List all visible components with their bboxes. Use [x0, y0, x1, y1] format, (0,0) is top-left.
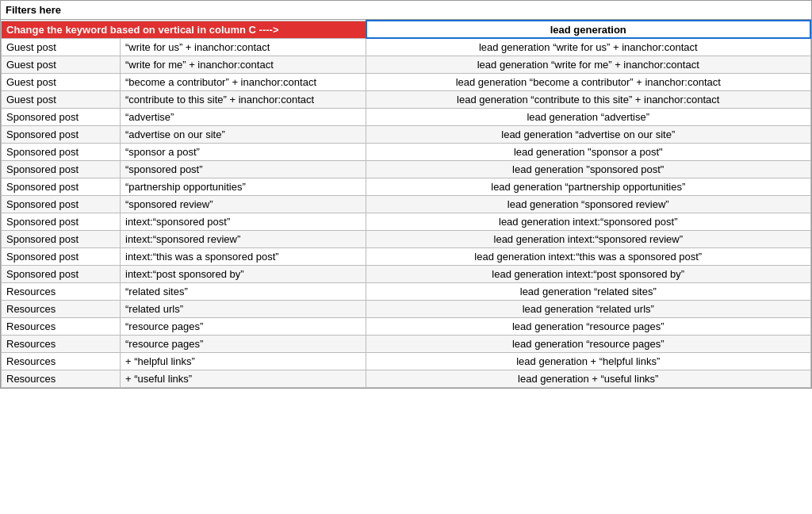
cell-full-query: lead generation intext:“sponsored review…	[366, 231, 811, 248]
cell-query: intext:“sponsored post”	[121, 213, 366, 231]
table-row: Sponsored post“partnership opportunities…	[2, 178, 811, 196]
cell-full-query: lead generation “become a contributor” +…	[366, 74, 811, 91]
cell-category: Sponsored post	[2, 178, 121, 196]
table-row: Resources“resource pages”lead generation…	[2, 336, 811, 353]
cell-full-query: lead generation intext:“post sponsored b…	[366, 266, 811, 283]
table-row: Guest post“become a contributor” + inanc…	[2, 74, 811, 91]
cell-category: Sponsored post	[2, 248, 121, 266]
table-row: Sponsored post“advertise”lead generation…	[2, 109, 811, 126]
keyword-table: Change the keyword based on vertical in …	[1, 20, 811, 388]
table-row: Sponsored post“sponsored review”lead gen…	[2, 196, 811, 213]
cell-category: Sponsored post	[2, 126, 121, 144]
cell-category: Guest post	[2, 56, 121, 74]
cell-query: + “helpful links”	[121, 353, 366, 370]
cell-full-query: lead generation “sponsored review”	[366, 196, 811, 213]
cell-category: Guest post	[2, 74, 121, 91]
cell-category: Sponsored post	[2, 213, 121, 231]
table-header-row: Change the keyword based on vertical in …	[2, 21, 811, 38]
table-row: Resources+ “helpful links”lead generatio…	[2, 353, 811, 370]
cell-full-query: lead generation + “useful links”	[366, 370, 811, 388]
cell-query: + “useful links”	[121, 370, 366, 388]
table-row: Guest post“write for me” + inanchor:cont…	[2, 56, 811, 74]
cell-category: Sponsored post	[2, 196, 121, 213]
table-row: Resources“resource pages”lead generation…	[2, 318, 811, 336]
cell-full-query: lead generation “partnership opportuniti…	[366, 178, 811, 196]
cell-query: intext:“this was a sponsored post”	[121, 248, 366, 266]
cell-category: Resources	[2, 353, 121, 370]
table-row: Resources“related urls”lead generation “…	[2, 301, 811, 318]
cell-query: intext:“sponsored review”	[121, 231, 366, 248]
cell-category: Sponsored post	[2, 231, 121, 248]
cell-category: Resources	[2, 336, 121, 353]
cell-query: “resource pages”	[121, 336, 366, 353]
cell-query: “sponsored review”	[121, 196, 366, 213]
table-row: Guest post“contribute to this site” + in…	[2, 91, 811, 109]
keyword-input[interactable]	[370, 24, 807, 36]
cell-full-query: lead generation "sponsored post"	[366, 161, 811, 178]
header-input-cell[interactable]	[366, 21, 811, 38]
cell-category: Sponsored post	[2, 144, 121, 161]
cell-query: “related urls”	[121, 301, 366, 318]
table-row: Sponsored postintext:“post sponsored by”…	[2, 266, 811, 283]
table-row: Resources“related sites”lead generation …	[2, 283, 811, 301]
cell-category: Resources	[2, 370, 121, 388]
cell-full-query: lead generation “advertise”	[366, 109, 811, 126]
cell-full-query: lead generation “resource pages”	[366, 318, 811, 336]
cell-category: Resources	[2, 318, 121, 336]
table-row: Resources+ “useful links”lead generation…	[2, 370, 811, 388]
cell-category: Sponsored post	[2, 266, 121, 283]
cell-category: Sponsored post	[2, 161, 121, 178]
cell-query: “advertise”	[121, 109, 366, 126]
cell-category: Resources	[2, 283, 121, 301]
table-row: Guest post“write for us” + inanchor:cont…	[2, 38, 811, 56]
cell-category: Sponsored post	[2, 109, 121, 126]
cell-query: “related sites”	[121, 283, 366, 301]
cell-full-query: lead generation “write for us” + inancho…	[366, 38, 811, 56]
cell-full-query: lead generation intext:“this was a spons…	[366, 248, 811, 266]
cell-query: “sponsored post”	[121, 161, 366, 178]
cell-full-query: lead generation “write for me” + inancho…	[366, 56, 811, 74]
table-row: Sponsored postintext:“sponsored review”l…	[2, 231, 811, 248]
cell-query: intext:“post sponsored by”	[121, 266, 366, 283]
cell-query: “sponsor a post”	[121, 144, 366, 161]
cell-query: “write for me” + inanchor:contact	[121, 56, 366, 74]
table-row: Sponsored postintext:“sponsored post”lea…	[2, 213, 811, 231]
cell-query: “resource pages”	[121, 318, 366, 336]
filters-header: Filters here	[1, 1, 811, 20]
cell-query: “partnership opportunities”	[121, 178, 366, 196]
table-row: Sponsored post“sponsor a post”lead gener…	[2, 144, 811, 161]
cell-full-query: lead generation “advertise on our site”	[366, 126, 811, 144]
cell-category: Resources	[2, 301, 121, 318]
cell-query: “become a contributor” + inanchor:contac…	[121, 74, 366, 91]
cell-query: “write for us” + inanchor:contact	[121, 38, 366, 56]
table-row: Sponsored post“sponsored post”lead gener…	[2, 161, 811, 178]
cell-full-query: lead generation “related urls”	[366, 301, 811, 318]
cell-query: “contribute to this site” + inanchor:con…	[121, 91, 366, 109]
cell-full-query: lead generation intext:“sponsored post”	[366, 213, 811, 231]
cell-full-query: lead generation + “helpful links”	[366, 353, 811, 370]
table-row: Sponsored postintext:“this was a sponsor…	[2, 248, 811, 266]
header-keyword-label: Change the keyword based on vertical in …	[2, 21, 366, 38]
main-container: Filters here Change the keyword based on…	[0, 0, 812, 389]
cell-query: “advertise on our site”	[121, 126, 366, 144]
table-row: Sponsored post“advertise on our site”lea…	[2, 126, 811, 144]
cell-full-query: lead generation "sponsor a post"	[366, 144, 811, 161]
cell-category: Guest post	[2, 38, 121, 56]
table-body: Guest post“write for us” + inanchor:cont…	[2, 38, 811, 388]
cell-full-query: lead generation “contribute to this site…	[366, 91, 811, 109]
cell-full-query: lead generation “resource pages”	[366, 336, 811, 353]
cell-full-query: lead generation “related sites”	[366, 283, 811, 301]
cell-category: Guest post	[2, 91, 121, 109]
